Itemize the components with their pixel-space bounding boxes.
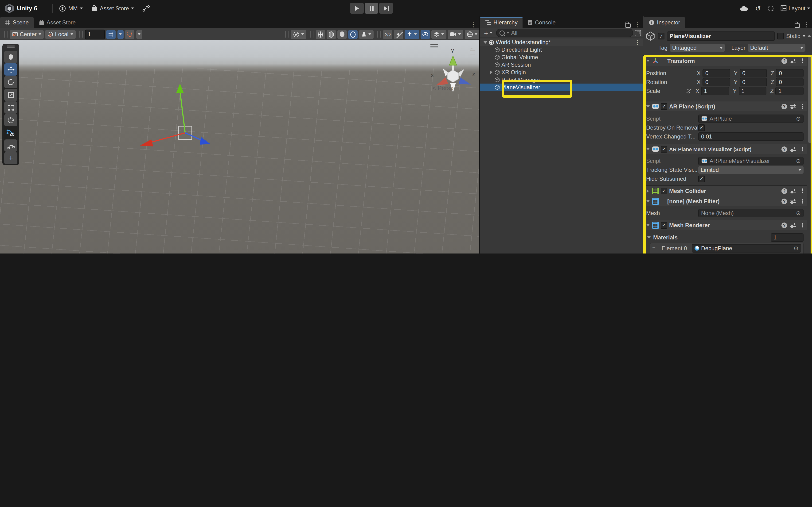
materials-count-field[interactable]: 1 xyxy=(771,233,804,241)
tab-console[interactable]: Console xyxy=(523,17,561,28)
mesh-object-field[interactable]: None (Mesh)⊙ xyxy=(698,209,804,217)
effects-dropdown[interactable] xyxy=(405,30,419,39)
position-z-field[interactable]: 0 xyxy=(776,69,804,77)
audio-toggle[interactable] xyxy=(394,30,403,39)
gizmos-dropdown[interactable] xyxy=(465,30,480,39)
scene-options-icon[interactable]: ⋮ xyxy=(635,39,643,46)
inspector-scrollbar[interactable] xyxy=(807,28,812,253)
grid-visibility-toggle[interactable] xyxy=(106,30,115,39)
scene-menu-icon[interactable]: ⋮ xyxy=(470,21,476,28)
component-menu-icon[interactable]: ⋮ xyxy=(799,198,805,205)
pause-button[interactable] xyxy=(365,3,378,14)
hierarchy-item-global-volume[interactable]: Global Volume xyxy=(480,54,643,61)
static-checkbox[interactable] xyxy=(777,33,784,40)
component-menu-icon[interactable]: ⋮ xyxy=(799,222,805,229)
ar-plane-enabled-checkbox[interactable]: ✓ xyxy=(661,103,667,110)
hierarchy-popout-icon[interactable] xyxy=(635,30,641,36)
lit-sphere-button[interactable] xyxy=(348,30,358,39)
version-control-icon[interactable] xyxy=(143,5,150,11)
hierarchy-search-input[interactable]: All xyxy=(496,29,633,37)
help-icon[interactable]: ? xyxy=(781,58,787,64)
grid-dropdown[interactable] xyxy=(117,30,123,39)
tools-drag-handle[interactable] xyxy=(7,46,14,48)
hand-tool[interactable] xyxy=(4,51,17,63)
wireframe-sphere-button[interactable] xyxy=(316,30,325,39)
link-broken-icon[interactable] xyxy=(686,88,692,94)
help-icon[interactable]: ? xyxy=(781,188,787,194)
play-button[interactable] xyxy=(350,3,364,14)
hierarchy-item-ar-session[interactable]: AR Session xyxy=(480,61,643,68)
toolbar-handle[interactable] xyxy=(79,31,83,38)
scene-viewport[interactable]: y x z < Persp + xyxy=(0,40,479,253)
persp-label[interactable]: < Persp xyxy=(432,84,453,92)
gizmo-lock-icon[interactable] xyxy=(470,50,475,54)
visualizer-enabled-checkbox[interactable]: ✓ xyxy=(661,146,667,152)
expander-icon[interactable] xyxy=(483,41,488,44)
position-y-field[interactable]: 0 xyxy=(740,69,767,77)
static-dropdown-icon[interactable] xyxy=(803,35,805,37)
presets-icon[interactable] xyxy=(791,104,796,109)
presets-icon[interactable] xyxy=(791,223,796,227)
active-checkbox[interactable]: ✓ xyxy=(658,33,664,40)
hierarchy-menu-icon[interactable]: ⋮ xyxy=(635,21,641,28)
position-x-field[interactable]: 0 xyxy=(703,69,730,77)
scale-z-field[interactable]: 1 xyxy=(775,87,804,95)
hierarchy-item-robot-manager[interactable]: Robot Manager xyxy=(480,76,643,83)
solid-sphere-button[interactable] xyxy=(338,30,347,39)
mesh-filter-header[interactable]: [none] (Mesh Filter) ?⋮ xyxy=(643,196,807,206)
component-menu-icon[interactable]: ⋮ xyxy=(799,57,805,64)
help-icon[interactable]: ? xyxy=(781,146,787,152)
rotate-tool[interactable] xyxy=(4,76,17,88)
layer-dropdown[interactable]: Default xyxy=(748,44,805,52)
rect-tool[interactable] xyxy=(4,101,17,114)
component-menu-icon[interactable]: ⋮ xyxy=(799,187,805,194)
tab-hierarchy[interactable]: Hierarchy xyxy=(480,17,523,28)
grid-size-field[interactable]: 1 xyxy=(85,30,105,39)
presets-icon[interactable] xyxy=(791,58,796,63)
tab-scene[interactable]: Scene xyxy=(0,17,34,28)
inspector-menu-icon[interactable]: ⋮ xyxy=(804,21,810,28)
camera-dropdown[interactable] xyxy=(448,30,463,39)
rotation-y-field[interactable]: 0 xyxy=(740,78,767,86)
presets-icon[interactable] xyxy=(791,147,796,151)
ar-plane-mesh-visualizer-header[interactable]: ✓ AR Plane Mesh Visualizer (Script) ?⋮ xyxy=(643,144,807,154)
shaded-wire-sphere-button[interactable] xyxy=(326,30,336,39)
drag-handle-icon[interactable]: = xyxy=(652,245,655,251)
edit-points-tool[interactable] xyxy=(4,139,17,152)
move-gizmo[interactable] xyxy=(132,82,218,153)
snap-toggle[interactable] xyxy=(125,30,134,39)
cloud-icon[interactable] xyxy=(740,5,748,11)
tab-asset-store[interactable]: Asset Store xyxy=(34,17,81,28)
hierarchy-item-world-understanding[interactable]: World Understanding*⋮ xyxy=(480,39,643,46)
draw-mode-dropdown[interactable] xyxy=(291,30,306,39)
scene-handle-icon[interactable] xyxy=(430,44,438,47)
inspector-lock-icon[interactable] xyxy=(795,23,800,28)
2d-toggle[interactable]: 2D xyxy=(383,30,392,39)
expander-icon[interactable] xyxy=(489,70,494,74)
scene-visibility-toggle[interactable] xyxy=(420,30,430,39)
scale-tool[interactable] xyxy=(4,89,17,101)
snap-dropdown[interactable] xyxy=(136,30,142,39)
gameobject-cube-icon[interactable] xyxy=(645,31,656,41)
scale-y-field[interactable]: 1 xyxy=(739,87,766,95)
line-renderer-tool[interactable] xyxy=(4,127,17,139)
component-menu-icon[interactable]: ⋮ xyxy=(799,146,805,153)
layers-dropdown[interactable] xyxy=(432,30,446,39)
help-icon[interactable]: ? xyxy=(781,222,787,228)
add-tool[interactable]: + xyxy=(4,152,17,164)
debug-dropdown[interactable] xyxy=(359,30,373,39)
help-icon[interactable]: ? xyxy=(781,104,787,109)
tag-dropdown[interactable]: Untagged xyxy=(670,44,725,52)
gameobject-name-field[interactable]: PlaneVisualizer xyxy=(667,32,775,41)
asset-store-menu[interactable]: Asset Store xyxy=(91,5,134,11)
hierarchy-item-xr-origin[interactable]: XR Origin xyxy=(480,68,643,76)
search-icon[interactable] xyxy=(768,5,773,11)
vertex-changed-field[interactable]: 0.01 xyxy=(698,132,804,140)
rotation-x-field[interactable]: 0 xyxy=(703,78,730,86)
pivot-mode-dropdown[interactable]: Center xyxy=(10,30,44,39)
materials-foldout[interactable]: Materials xyxy=(646,234,677,241)
move-tool[interactable] xyxy=(4,63,17,75)
scale-x-field[interactable]: 1 xyxy=(701,87,729,95)
mesh-collider-header[interactable]: ✓ Mesh Collider ?⋮ xyxy=(643,185,807,196)
mesh-collider-checkbox[interactable]: ✓ xyxy=(661,187,667,194)
